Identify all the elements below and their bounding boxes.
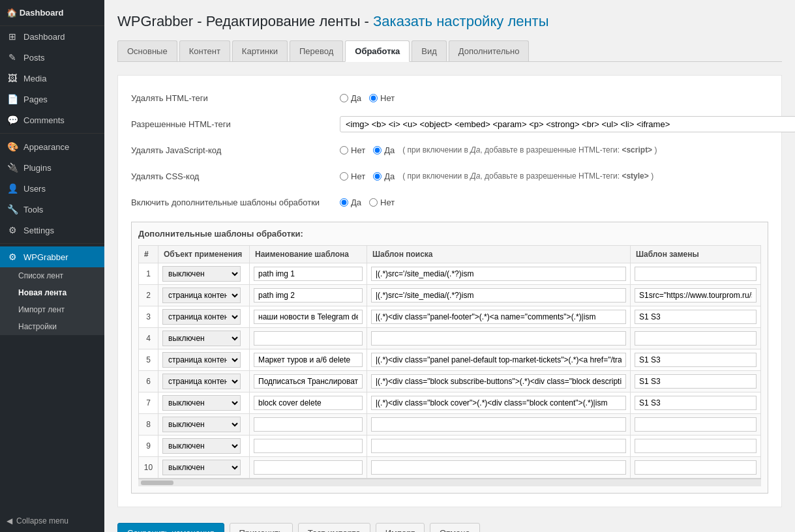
cell-name[interactable] <box>250 436 367 457</box>
submenu-feed-list[interactable]: Список лент <box>0 267 104 284</box>
remove-css-yes-radio[interactable] <box>373 172 382 181</box>
cell-name[interactable] <box>250 349 367 371</box>
cell-search[interactable] <box>367 285 631 306</box>
cell-replace[interactable] <box>631 414 761 436</box>
object-select[interactable]: выключенстраница контента дзаголовокопис… <box>162 395 241 411</box>
name-input[interactable] <box>254 396 363 410</box>
replace-input[interactable] <box>635 439 757 453</box>
sidebar-item-posts[interactable]: ✎ Posts <box>0 47 104 68</box>
cell-search[interactable] <box>367 328 631 349</box>
remove-html-yes[interactable]: Да <box>340 93 361 103</box>
search-input[interactable] <box>371 310 626 324</box>
object-select[interactable]: выключенстраница контента дзаголовокопис… <box>162 331 241 346</box>
object-select[interactable]: выключенстраница контента дзаголовокопис… <box>162 417 241 432</box>
cell-object[interactable]: выключенстраница контента дзаголовокопис… <box>158 457 250 479</box>
cell-object[interactable]: выключенстраница контента дзаголовокопис… <box>158 414 250 436</box>
cell-object[interactable]: выключенстраница контента дзаголовокопис… <box>158 436 250 457</box>
tab-processing[interactable]: Обработка <box>345 40 410 62</box>
replace-input[interactable] <box>635 417 757 432</box>
extra-templates-yes[interactable]: Да <box>340 198 361 207</box>
cell-object[interactable]: выключенстраница контента дзаголовокопис… <box>158 285 250 306</box>
tab-basic[interactable]: Основные <box>117 40 177 61</box>
object-select[interactable]: выключенстраница контента дзаголовокопис… <box>162 352 241 368</box>
cell-search[interactable] <box>367 263 631 285</box>
search-input[interactable] <box>371 288 626 303</box>
cell-object[interactable]: выключенстраница контента дзаголовокопис… <box>158 306 250 328</box>
remove-js-yes-radio[interactable] <box>373 146 382 155</box>
sidebar-item-tools[interactable]: 🔧 Tools <box>0 199 104 220</box>
replace-input[interactable] <box>635 267 757 281</box>
sidebar-item-dashboard[interactable]: ⊞ Dashboard <box>0 26 104 47</box>
object-select[interactable]: выключенстраница контента дзаголовокопис… <box>162 374 241 389</box>
replace-input[interactable] <box>635 374 757 389</box>
replace-input[interactable] <box>635 460 757 475</box>
tab-images[interactable]: Картинки <box>232 40 288 61</box>
cell-name[interactable] <box>250 328 367 349</box>
sidebar-item-appearance[interactable]: 🎨 Appearance <box>0 136 104 157</box>
remove-js-yes[interactable]: Да <box>373 145 395 155</box>
cell-replace[interactable] <box>631 285 761 306</box>
object-select[interactable]: выключенстраница контента дзаголовокопис… <box>162 309 241 325</box>
cancel-button[interactable]: Отмена <box>430 523 480 532</box>
search-input[interactable] <box>371 353 626 367</box>
name-input[interactable] <box>254 417 363 432</box>
extra-templates-yes-radio[interactable] <box>340 198 348 207</box>
search-input[interactable] <box>371 439 626 453</box>
search-input[interactable] <box>371 267 626 281</box>
remove-js-no[interactable]: Нет <box>340 145 365 155</box>
replace-input[interactable] <box>635 331 757 346</box>
cell-replace[interactable] <box>631 328 761 349</box>
cell-name[interactable] <box>250 371 367 392</box>
cell-name[interactable] <box>250 392 367 414</box>
sidebar-item-pages[interactable]: 📄 Pages <box>0 89 104 110</box>
object-select[interactable]: выключенстраница контента дзаголовокопис… <box>162 288 241 303</box>
name-input[interactable] <box>254 374 363 389</box>
sidebar-item-settings[interactable]: ⚙ Settings <box>0 220 104 241</box>
remove-html-no[interactable]: Нет <box>369 93 395 103</box>
extra-templates-no-radio[interactable] <box>369 198 378 207</box>
replace-input[interactable] <box>635 288 757 303</box>
cell-search[interactable] <box>367 349 631 371</box>
sidebar-item-media[interactable]: 🖼 Media <box>0 68 104 89</box>
save-button[interactable]: Сохранить изменения <box>117 523 224 532</box>
object-select[interactable]: выключенстраница контента дзаголовокопис… <box>162 460 241 475</box>
tab-extra[interactable]: Дополнительно <box>449 40 530 61</box>
page-title-link[interactable]: Заказать настройку ленты <box>373 13 548 29</box>
name-input[interactable] <box>254 460 363 475</box>
search-input[interactable] <box>371 417 626 432</box>
submenu-new-feed[interactable]: Новая лента <box>0 284 104 301</box>
name-input[interactable] <box>254 353 363 367</box>
object-select[interactable]: выключенстраница контента дзаголовокопис… <box>162 438 241 454</box>
cell-object[interactable]: выключенстраница контента дзаголовокопис… <box>158 349 250 371</box>
cell-object[interactable]: выключенстраница контента дзаголовокопис… <box>158 371 250 392</box>
remove-js-no-radio[interactable] <box>340 146 348 155</box>
horizontal-scrollbar[interactable] <box>138 479 761 486</box>
cell-object[interactable]: выключенстраница контента дзаголовокопис… <box>158 392 250 414</box>
name-input[interactable] <box>254 331 363 346</box>
cell-name[interactable] <box>250 414 367 436</box>
sidebar-item-users[interactable]: 👤 Users <box>0 178 104 199</box>
name-input[interactable] <box>254 267 363 281</box>
cell-replace[interactable] <box>631 457 761 479</box>
cell-replace[interactable] <box>631 306 761 328</box>
import-button[interactable]: Импорт <box>376 523 425 532</box>
table-scroll-container[interactable]: # Объект применения Наименование шаблона… <box>138 245 761 486</box>
extra-templates-no[interactable]: Нет <box>369 198 395 207</box>
cell-search[interactable] <box>367 371 631 392</box>
search-input[interactable] <box>371 331 626 346</box>
remove-css-yes[interactable]: Да <box>373 171 395 181</box>
sidebar-item-plugins[interactable]: 🔌 Plugins <box>0 157 104 178</box>
search-input[interactable] <box>371 460 626 475</box>
cell-search[interactable] <box>367 306 631 328</box>
name-input[interactable] <box>254 288 363 303</box>
cell-search[interactable] <box>367 414 631 436</box>
submenu-import-feeds[interactable]: Импорт лент <box>0 301 104 318</box>
cell-search[interactable] <box>367 392 631 414</box>
remove-html-yes-radio[interactable] <box>340 94 348 102</box>
cell-object[interactable]: выключенстраница контента дзаголовокопис… <box>158 328 250 349</box>
name-input[interactable] <box>254 310 363 324</box>
tab-translate[interactable]: Перевод <box>290 40 343 61</box>
cell-replace[interactable] <box>631 436 761 457</box>
cell-search[interactable] <box>367 436 631 457</box>
sidebar-item-wpgrabber[interactable]: ⚙ WPGrabber <box>0 246 104 267</box>
